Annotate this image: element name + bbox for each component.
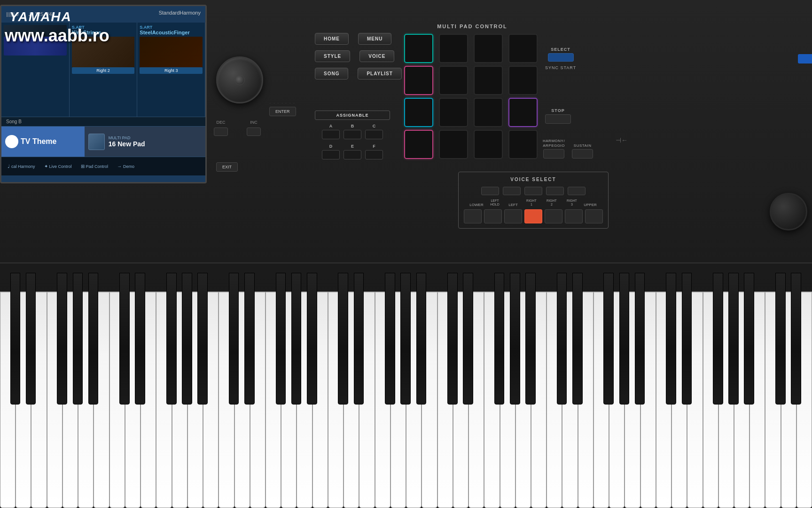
- black-key-29[interactable]: [635, 273, 645, 405]
- black-key-25[interactable]: [557, 273, 567, 405]
- inc-button[interactable]: [247, 127, 261, 136]
- black-key-12[interactable]: [276, 273, 286, 405]
- data-wheel[interactable]: [216, 56, 263, 103]
- pad-3-3[interactable]: [474, 98, 503, 127]
- assign-b-button[interactable]: [344, 130, 361, 139]
- black-key-14[interactable]: [307, 273, 317, 405]
- pad-4-4[interactable]: [508, 130, 538, 159]
- part-btn-upper[interactable]: [585, 209, 603, 223]
- part-btn-lower[interactable]: [464, 209, 482, 223]
- black-key-7[interactable]: [166, 273, 177, 405]
- pad-3-2[interactable]: [439, 98, 468, 127]
- voice-select-section: VOICE SELECT LOWER LEFTHOLD LEFT RIGHT1 …: [458, 172, 609, 229]
- vs-btn-2[interactable]: [503, 187, 521, 195]
- part-btn-left[interactable]: [504, 209, 522, 223]
- black-key-20[interactable]: [447, 273, 458, 405]
- voice-button[interactable]: VOICE: [359, 50, 394, 62]
- blue-tab: [798, 54, 812, 64]
- stop-button[interactable]: [545, 114, 571, 124]
- sustain-group: SUSTAIN: [572, 143, 593, 159]
- tab-live-control[interactable]: ✦ Live Control: [40, 162, 76, 171]
- select-button[interactable]: [548, 53, 574, 62]
- assign-c-button[interactable]: [365, 130, 383, 139]
- black-key-33[interactable]: [728, 273, 739, 405]
- assign-d-button[interactable]: [322, 150, 340, 159]
- black-key-13[interactable]: [291, 273, 302, 405]
- part-btn-left-hold[interactable]: [484, 209, 502, 223]
- part-btn-right2[interactable]: [545, 209, 562, 223]
- pad-3-4[interactable]: [508, 98, 538, 127]
- sustain-button[interactable]: [572, 149, 593, 159]
- vs-btn-5[interactable]: [568, 187, 586, 195]
- style-button[interactable]: STYLE: [315, 50, 350, 62]
- pad-1-2[interactable]: [439, 34, 468, 63]
- black-key-0[interactable]: [10, 273, 21, 405]
- voice-name-steel: SteelAcousticFinger: [140, 30, 203, 35]
- black-key-32[interactable]: [713, 273, 723, 405]
- harmony-button[interactable]: [543, 149, 564, 159]
- black-key-19[interactable]: [416, 273, 427, 405]
- black-key-1[interactable]: [26, 273, 36, 405]
- black-key-9[interactable]: [197, 273, 208, 405]
- black-key-34[interactable]: [744, 273, 754, 405]
- tab-harmony[interactable]: ♩ cal Harmony: [4, 162, 39, 171]
- assign-a-button[interactable]: [322, 130, 340, 139]
- black-key-6[interactable]: [135, 273, 145, 405]
- pad-4-3[interactable]: [474, 130, 503, 159]
- pad-1-4[interactable]: [508, 34, 538, 63]
- black-key-8[interactable]: [182, 273, 192, 405]
- black-key-16[interactable]: [354, 273, 364, 405]
- black-key-36[interactable]: [791, 273, 801, 405]
- song-button[interactable]: SONG: [315, 68, 348, 79]
- black-key-22[interactable]: [494, 273, 505, 405]
- black-key-35[interactable]: [775, 273, 786, 405]
- black-key-11[interactable]: [244, 273, 255, 405]
- part-btn-right3[interactable]: [565, 209, 583, 223]
- pad-1-1[interactable]: [404, 34, 433, 63]
- black-key-15[interactable]: [338, 273, 348, 405]
- tab-demo[interactable]: → Demo: [113, 162, 138, 171]
- assign-f-button[interactable]: [365, 150, 383, 159]
- black-key-4[interactable]: [88, 273, 99, 405]
- vs-btn-3[interactable]: [524, 187, 542, 195]
- menu-button[interactable]: MENU: [358, 33, 391, 45]
- top-panel: YAMAHA www.aabb.ro ||||||| 0 ♩= 125 4/4 …: [0, 0, 812, 263]
- vs-btn-4[interactable]: [546, 187, 564, 195]
- pad-3-1[interactable]: [404, 98, 433, 127]
- black-key-5[interactable]: [119, 273, 130, 405]
- tab-pad-control[interactable]: ⊞ Pad Control: [77, 162, 112, 171]
- pad-2-1[interactable]: [404, 66, 433, 95]
- website-text: www.aabb.ro: [5, 26, 109, 46]
- pad-4-1[interactable]: [404, 130, 433, 159]
- enter-button[interactable]: ENTER: [269, 107, 296, 116]
- black-key-27[interactable]: [603, 273, 614, 405]
- pad-4-2[interactable]: [439, 130, 468, 159]
- pad-control-tab-icon: ⊞: [81, 164, 85, 169]
- multi-pad-control-title: MULTI PAD CONTROL: [404, 24, 540, 29]
- assign-e-button[interactable]: [344, 150, 361, 159]
- multi-pad-img: [88, 134, 105, 150]
- black-key-17[interactable]: [385, 273, 395, 405]
- black-key-10[interactable]: [229, 273, 239, 405]
- black-key-30[interactable]: [666, 273, 676, 405]
- black-key-28[interactable]: [619, 273, 630, 405]
- black-key-21[interactable]: [463, 273, 473, 405]
- pad-2-2[interactable]: [439, 66, 468, 95]
- pad-1-3[interactable]: [474, 34, 503, 63]
- black-key-23[interactable]: [510, 273, 520, 405]
- black-key-18[interactable]: [400, 273, 411, 405]
- playlist-button[interactable]: PLAYLIST: [358, 68, 401, 79]
- vs-btn-1[interactable]: [481, 187, 499, 195]
- dec-button[interactable]: [214, 127, 228, 136]
- black-key-31[interactable]: [682, 273, 692, 405]
- part-btn-right1[interactable]: [524, 209, 542, 223]
- black-key-3[interactable]: [73, 273, 83, 405]
- right-encoder[interactable]: [770, 193, 807, 230]
- home-button[interactable]: HOME: [315, 33, 349, 45]
- pad-2-4[interactable]: [508, 66, 538, 95]
- black-key-24[interactable]: [525, 273, 536, 405]
- black-key-2[interactable]: [57, 273, 67, 405]
- pad-2-3[interactable]: [474, 66, 503, 95]
- exit-button[interactable]: EXIT: [216, 162, 238, 172]
- black-key-26[interactable]: [572, 273, 583, 405]
